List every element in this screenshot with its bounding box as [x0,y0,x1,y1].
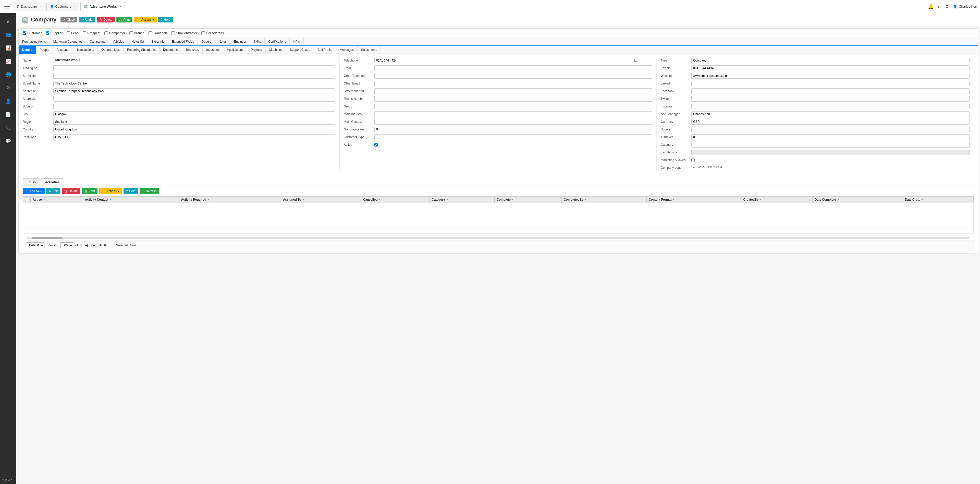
notification-icon[interactable]: 🔔 [928,4,934,10]
date-complete-filter-icon[interactable]: ▼ [837,198,839,201]
tab-details[interactable]: Details [19,46,36,54]
postcode-input[interactable] [53,134,335,140]
tab-industries[interactable]: Industries [203,46,223,54]
col-complete[interactable]: Complete ▼ [495,197,562,203]
apps-icon[interactable]: ⠿ [938,4,941,10]
close-button[interactable]: ✕ Close [60,17,77,22]
col-activity-required[interactable]: Activity Required ▼ [179,197,281,203]
suburb-input[interactable] [53,103,335,109]
active-filter-icon[interactable]: ▼ [43,198,45,201]
col-date-cre[interactable]: Date Cre... ▼ [903,197,974,203]
delete-button[interactable]: 🗑 Delete [97,17,115,22]
per-page-select[interactable]: 500 [60,242,73,248]
tab-marketing-categories[interactable]: Marketing Categories [50,38,86,45]
undo-button[interactable]: ↩ Undo [79,17,95,22]
sidebar-item-chat[interactable]: 💬 [2,135,14,147]
linkedin-input[interactable] [691,81,969,86]
tab-engineer[interactable]: Engineer [231,38,250,45]
col-content-format[interactable]: Content Format ▼ [647,197,741,203]
acc-manager-input[interactable] [691,111,969,117]
tab-vehicles[interactable]: Vehicles [109,38,128,45]
competitor-checkbox[interactable] [104,32,108,35]
fax-no-input[interactable] [691,65,969,71]
user-menu[interactable]: 👤 Charles Kerr [953,5,977,8]
edit-button[interactable]: ✏ Edit [46,188,60,194]
activity-help-button[interactable]: ? Help [124,188,138,194]
category-filter-icon[interactable]: ▼ [446,198,449,201]
facebook-input[interactable] [691,88,969,94]
customer-type-input[interactable] [374,134,652,140]
sidebar-item-doc[interactable]: 📄 [2,108,14,121]
ext-input[interactable] [640,58,652,63]
activity-required-filter-icon[interactable]: ▼ [207,198,210,201]
address2-input[interactable] [53,88,335,94]
prospect-checkbox[interactable] [83,32,86,35]
last-activity-input[interactable] [691,150,969,155]
horizontal-scrollbar[interactable] [23,236,974,240]
add-new-button[interactable]: ＋ Add New [23,188,45,194]
customer-checkbox[interactable] [23,32,26,35]
complete-filter-icon[interactable]: ▼ [512,198,514,201]
sidebar-item-phone[interactable]: 📞 [2,121,14,134]
active-checkbox[interactable] [374,143,378,146]
tab-extended-fields[interactable]: Extended Fields [169,38,198,45]
activity-contact-filter-icon[interactable]: ▼ [109,198,111,201]
tab-machines[interactable]: Machines [266,46,286,54]
other-telephone-input[interactable] [374,73,652,79]
activity-print-button[interactable]: 🖨 Print [82,188,97,194]
instagram-input[interactable] [691,103,969,109]
telephone-input[interactable] [374,58,632,63]
prev-page-button[interactable]: ◀ [84,242,89,248]
actions-button[interactable]: ⚡ Actions ▾ [134,17,157,22]
col-cancelled[interactable]: Cancelled ▼ [361,197,430,203]
activity-actions-button[interactable]: ⚡ Actions ▾ [99,188,122,194]
view-select[interactable]: Default [27,242,45,248]
tab-extra-info[interactable]: Extra Info [148,38,169,45]
tab-purchasing-items[interactable]: Purchasing Items [19,38,50,45]
activity-delete-button[interactable]: 🗑 Delete [62,188,80,194]
country-input[interactable] [53,127,335,132]
sidebar-item-people[interactable]: 👥 [2,29,14,41]
assigned-to-filter-icon[interactable]: ▼ [302,198,304,201]
category-input[interactable] [691,142,969,148]
col-category[interactable]: Category ▼ [430,197,494,203]
tab-google[interactable]: Google [198,38,215,45]
city-input[interactable] [53,111,335,117]
subcontractor-checkbox[interactable] [171,32,175,35]
source-input[interactable] [691,127,969,132]
sidebar-item-trend[interactable]: 📈 [2,55,14,67]
street-name-input[interactable] [53,81,335,86]
sidebar-item-gear[interactable]: ⚙ [2,82,14,94]
address3-input[interactable] [53,96,335,102]
del-address-checkbox[interactable] [201,32,205,35]
created-by-filter-icon[interactable]: ▼ [759,198,762,201]
tab-call-profile[interactable]: Call Profile [314,46,336,54]
print-button[interactable]: 🖨 Print [116,17,132,22]
supplier-checkbox[interactable] [46,32,49,35]
statement-add-input[interactable] [374,88,652,94]
col-created-by[interactable]: CreatedBy ▼ [741,197,812,203]
teams-number-input[interactable] [374,96,652,102]
tab-notes-list[interactable]: Notes list [128,38,148,45]
cancelled-filter-icon[interactable]: ▼ [379,198,381,201]
type-input[interactable] [691,58,969,63]
region-input[interactable] [53,119,335,124]
help-button[interactable]: ? Help [158,17,172,22]
dashboard-tab-close[interactable]: ✕ [40,5,42,8]
settings-icon[interactable]: ⚙ [945,4,949,10]
tab-customers[interactable]: 👤 Customers ✕ [46,2,80,11]
tab-skills[interactable]: Skills [250,38,265,45]
tab-certifications[interactable]: Certifications [265,38,290,45]
completed-by-filter-icon[interactable]: ▼ [584,198,587,201]
sidebar-item-star[interactable]: ★ [2,15,14,27]
main-industry-input[interactable] [374,111,652,117]
col-assigned-to[interactable]: Assigned To ▼ [281,197,361,203]
main-contact-input[interactable] [374,119,652,124]
customers-tab-close[interactable]: ✕ [74,5,76,8]
tab-recurring-shipments[interactable]: Recurring Shipments [124,46,159,54]
sidebar-item-chart[interactable]: 📊 [2,42,14,54]
group-input[interactable] [374,103,652,109]
tab-campaigns[interactable]: Campaigns [86,38,109,45]
tab-dashboard[interactable]: ⏱ Dashboard ✕ [13,2,45,11]
tab-projects[interactable]: Projects [247,46,266,54]
